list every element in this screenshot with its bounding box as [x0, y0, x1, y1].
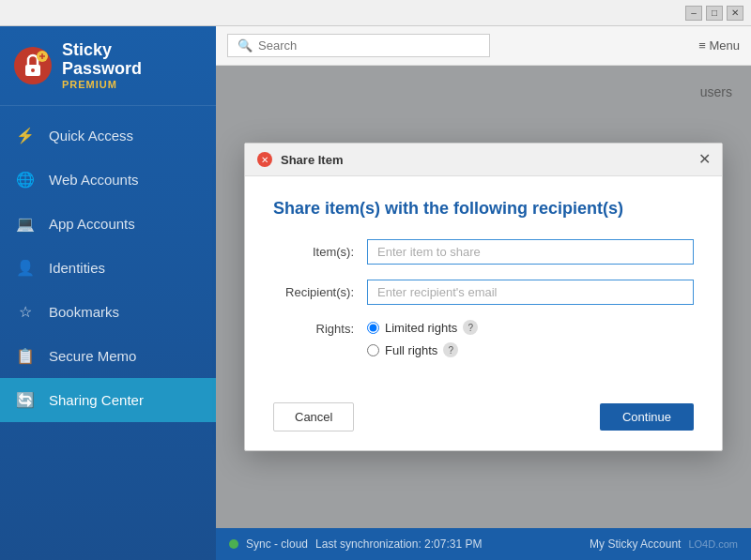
identities-icon: 👤 — [15, 259, 36, 277]
titlebar: – □ ✕ — [0, 0, 751, 26]
sidebar-item-label: Quick Access — [49, 128, 133, 144]
minimize-button[interactable]: – — [685, 6, 702, 21]
web-accounts-icon: 🌐 — [15, 171, 36, 189]
menu-button[interactable]: ≡ Menu — [698, 38, 740, 53]
sidebar-item-web-accounts[interactable]: 🌐 Web Accounts — [0, 158, 216, 202]
rights-options: Limited rights ? Full rights ? — [367, 320, 478, 357]
sidebar-item-sharing-center[interactable]: 🔄 Sharing Center — [0, 378, 216, 422]
sidebar-item-label: Secure Memo — [49, 348, 136, 364]
quick-access-icon: ⚡ — [15, 127, 36, 144]
svg-text:✕: ✕ — [261, 155, 268, 165]
sidebar-item-label: Identities — [49, 260, 105, 276]
app-accounts-icon: 💻 — [15, 215, 36, 233]
sidebar-item-identities[interactable]: 👤 Identities — [0, 246, 216, 290]
dialog-title-row: ✕ Share Item — [256, 151, 343, 168]
limited-rights-help-icon[interactable]: ? — [463, 320, 478, 335]
sidebar-item-bookmarks[interactable]: ☆ Bookmarks — [0, 290, 216, 334]
rights-label: Rights: — [273, 320, 367, 336]
search-box[interactable]: 🔍 — [227, 34, 490, 57]
item-form-row: Item(s): — [273, 239, 694, 265]
sidebar-item-label: Bookmarks — [49, 304, 119, 320]
sync-label: Sync - cloud — [246, 537, 308, 551]
main-content: 🔍 ≡ Menu users — [216, 26, 751, 560]
item-label: Item(s): — [273, 239, 367, 259]
search-input[interactable] — [258, 38, 480, 53]
statusbar-left: Sync - cloud Last synchronization: 2:07:… — [229, 537, 482, 551]
svg-point-2 — [31, 68, 35, 72]
app-premium-badge: PREMIUM — [62, 79, 142, 90]
statusbar: Sync - cloud Last synchronization: 2:07:… — [216, 528, 751, 560]
logo-text: Sticky Password PREMIUM — [62, 41, 142, 90]
last-sync-label: Last synchronization: 2:07:31 PM — [315, 537, 482, 551]
sidebar-item-quick-access[interactable]: ⚡ Quick Access — [0, 114, 216, 158]
dialog-heading: Share item(s) with the following recipie… — [273, 199, 694, 219]
dialog-header: ✕ Share Item ✕ — [245, 144, 722, 176]
logo-icon — [13, 46, 53, 85]
share-dialog-icon: ✕ — [256, 151, 273, 168]
sync-status-dot — [229, 539, 238, 549]
recipient-label: Recipient(s): — [273, 280, 367, 299]
full-rights-label: Full rights — [385, 343, 437, 357]
dialog-footer: Cancel Continue — [245, 387, 722, 450]
bookmarks-icon: ☆ — [15, 303, 36, 321]
window-controls: – □ ✕ — [685, 6, 743, 21]
content-area: users ✕ Share Item — [216, 66, 751, 528]
sidebar-item-label: Web Accounts — [49, 172, 139, 188]
sidebar-item-secure-memo[interactable]: 📋 Secure Memo — [0, 334, 216, 378]
modal-overlay: ✕ Share Item ✕ Share item(s) with the fo… — [216, 66, 751, 528]
maximize-button[interactable]: □ — [706, 6, 723, 21]
dialog-body: Share item(s) with the following recipie… — [245, 176, 722, 387]
full-rights-radio[interactable] — [367, 344, 379, 356]
cancel-button[interactable]: Cancel — [273, 402, 354, 431]
item-input[interactable] — [367, 239, 694, 265]
sharing-center-icon: 🔄 — [15, 391, 36, 409]
full-rights-help-icon[interactable]: ? — [443, 342, 458, 357]
search-icon: 🔍 — [238, 38, 253, 53]
account-label[interactable]: My Sticky Account — [590, 537, 681, 551]
topbar: 🔍 ≡ Menu — [216, 26, 751, 66]
limited-rights-label: Limited rights — [385, 321, 457, 335]
sidebar-item-label: App Accounts — [49, 216, 135, 232]
sidebar-item-label: Sharing Center — [49, 392, 144, 408]
secure-memo-icon: 📋 — [15, 347, 36, 365]
sidebar-item-app-accounts[interactable]: 💻 App Accounts — [0, 202, 216, 246]
rights-row: Rights: Limited rights ? — [273, 320, 694, 357]
limited-rights-option[interactable]: Limited rights ? — [367, 320, 478, 335]
sidebar-logo: Sticky Password PREMIUM — [0, 26, 216, 106]
app-body: Sticky Password PREMIUM ⚡ Quick Access 🌐… — [0, 26, 751, 560]
dialog-title: Share Item — [281, 153, 343, 167]
sidebar: Sticky Password PREMIUM ⚡ Quick Access 🌐… — [0, 26, 216, 560]
statusbar-right: My Sticky Account LO4D.com — [590, 537, 738, 551]
close-button[interactable]: ✕ — [727, 6, 743, 21]
app-name: Sticky Password — [62, 41, 142, 79]
limited-rights-radio[interactable] — [367, 322, 379, 334]
full-rights-option[interactable]: Full rights ? — [367, 342, 478, 357]
watermark: LO4D.com — [688, 538, 738, 550]
recipient-input[interactable] — [367, 280, 694, 305]
recipient-form-row: Recipient(s): — [273, 280, 694, 305]
sidebar-nav: ⚡ Quick Access 🌐 Web Accounts 💻 App Acco… — [0, 106, 216, 560]
app-window: – □ ✕ Sticky — [0, 0, 751, 560]
share-item-dialog: ✕ Share Item ✕ Share item(s) with the fo… — [244, 143, 723, 451]
continue-button[interactable]: Continue — [600, 403, 694, 431]
dialog-close-button[interactable]: ✕ — [698, 152, 711, 167]
